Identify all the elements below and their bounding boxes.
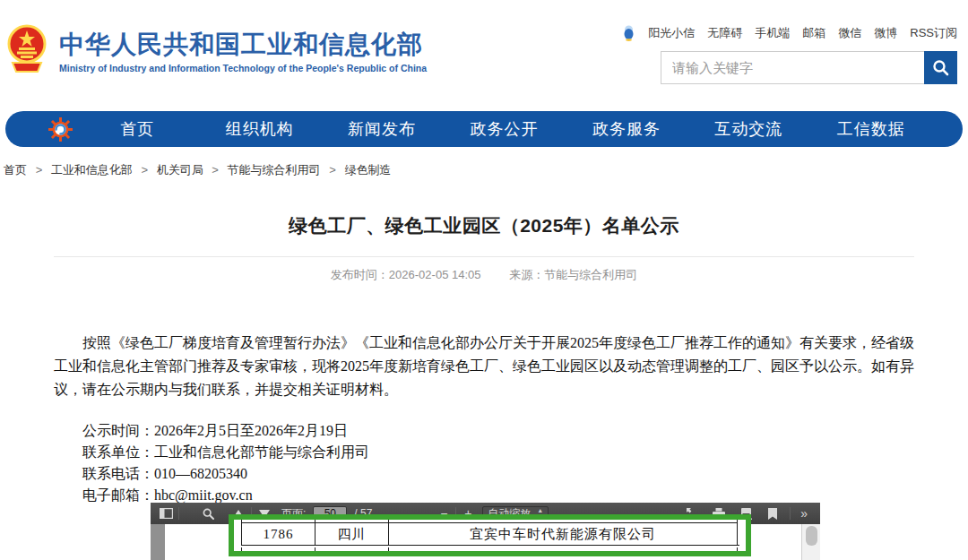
highlight-annotation-box: 1786 四川 宜宾中车时代新能源有限公司 — [229, 514, 751, 556]
nav-gov-disclosure[interactable]: 政务公开 — [443, 118, 565, 140]
site-logo: 中华人民共和国工业和信息化部 Ministry of Industry and … — [7, 23, 427, 79]
page-title: 绿色工厂、绿色工业园区（2025年）名单公示 — [54, 212, 914, 239]
publicity-period: 公示时间：2026年2月5日至2026年2月19日 — [54, 420, 914, 442]
article: 绿色工厂、绿色工业园区（2025年）名单公示 发布时间：2026-02-05 1… — [54, 212, 914, 506]
toolbar-separator — [790, 507, 791, 520]
nav-news[interactable]: 新闻发布 — [321, 118, 443, 140]
breadcrumb-departments[interactable]: 机关司局 — [157, 163, 203, 177]
cell-company-name: 宜宾中车时代新能源有限公司 — [388, 523, 738, 545]
national-emblem-icon — [7, 23, 47, 79]
link-weibo[interactable]: 微博 — [874, 25, 897, 41]
search-button[interactable] — [924, 51, 957, 84]
breadcrumb-separator: > — [141, 163, 148, 177]
nav-data[interactable]: 工信数据 — [810, 118, 932, 140]
article-paragraph: 按照《绿色工厂梯度培育及管理暂行办法》《工业和信息化部办公厅关于开展2025年度… — [54, 332, 914, 401]
breadcrumb-miit[interactable]: 工业和信息化部 — [51, 163, 133, 177]
title-divider — [54, 256, 914, 257]
link-accessibility[interactable]: 无障碍 — [707, 25, 742, 41]
contact-block: 公示时间：2026年2月5日至2026年2月19日 联系单位：工业和信息化部节能… — [54, 420, 914, 506]
site-subtitle: Ministry of Industry and Information Tec… — [59, 63, 427, 73]
pdf-scrollbar-thumb[interactable] — [806, 526, 817, 546]
utility-links: 阳光小信 无障碍 手机端 邮箱 微信 微博 RSS订阅 — [622, 25, 957, 41]
nav-organization[interactable]: 组织机构 — [198, 118, 320, 140]
miit-gear-icon — [48, 117, 73, 142]
nav-gov-services[interactable]: 政务服务 — [566, 118, 687, 140]
breadcrumb-energy-dept[interactable]: 节能与综合利用司 — [228, 163, 321, 177]
breadcrumb-separator: > — [212, 163, 219, 177]
breadcrumb: 首页 > 工业和信息化部 > 机关司局 > 节能与综合利用司 > 绿色制造 — [4, 162, 391, 178]
search-input[interactable] — [661, 51, 924, 84]
toolbar-separator — [178, 507, 179, 520]
find-icon[interactable] — [200, 505, 216, 521]
breadcrumb-separator: > — [36, 163, 43, 177]
link-wechat[interactable]: 微信 — [838, 25, 861, 41]
search-bar — [661, 51, 957, 84]
contact-phone: 联系电话：010—68205340 — [54, 463, 914, 485]
more-tools-button[interactable]: » — [800, 506, 808, 521]
cell-province: 四川 — [315, 523, 388, 545]
page: 中华人民共和国工业和信息化部 Ministry of Industry and … — [0, 0, 968, 560]
pdf-scrollbar[interactable] — [801, 524, 820, 560]
article-meta: 发布时间：2026-02-05 14:05 来源：节能与综合利用司 — [54, 267, 914, 283]
publish-time: 发布时间：2026-02-05 14:05 — [331, 268, 481, 281]
table-row-highlighted[interactable]: 1786 四川 宜宾中车时代新能源有限公司 — [241, 523, 739, 546]
breadcrumb-separator: > — [329, 163, 336, 177]
pdf-table: 1786 四川 宜宾中车时代新能源有限公司 — [241, 520, 739, 553]
link-mobile[interactable]: 手机端 — [755, 25, 790, 41]
bookmark-icon[interactable] — [765, 505, 781, 521]
breadcrumb-green-manufacturing[interactable]: 绿色制造 — [344, 163, 391, 177]
link-mail[interactable]: 邮箱 — [802, 25, 825, 41]
site-title: 中华人民共和国工业和信息化部 — [59, 30, 427, 60]
main-nav: 首页 组织机构 新闻发布 政务公开 政务服务 互动交流 工信数据 — [5, 111, 963, 147]
contact-unit: 联系单位：工业和信息化部节能与综合利用司 — [54, 442, 914, 463]
link-rss[interactable]: RSS订阅 — [910, 25, 957, 41]
table-row-next-partial — [241, 547, 739, 553]
search-icon — [932, 59, 949, 76]
site-title-block: 中华人民共和国工业和信息化部 Ministry of Industry and … — [59, 30, 427, 73]
cell-sequence-number: 1786 — [241, 523, 315, 545]
link-yangguangxiaoxin[interactable]: 阳光小信 — [648, 25, 695, 41]
nav-interaction[interactable]: 互动交流 — [687, 118, 809, 140]
mascot-icon — [622, 25, 635, 41]
breadcrumb-home[interactable]: 首页 — [4, 163, 27, 177]
nav-home[interactable]: 首页 — [76, 118, 198, 140]
article-source: 来源：节能与综合利用司 — [509, 268, 637, 281]
sidebar-toggle-icon[interactable] — [158, 505, 174, 521]
pdf-gutter — [151, 524, 165, 560]
